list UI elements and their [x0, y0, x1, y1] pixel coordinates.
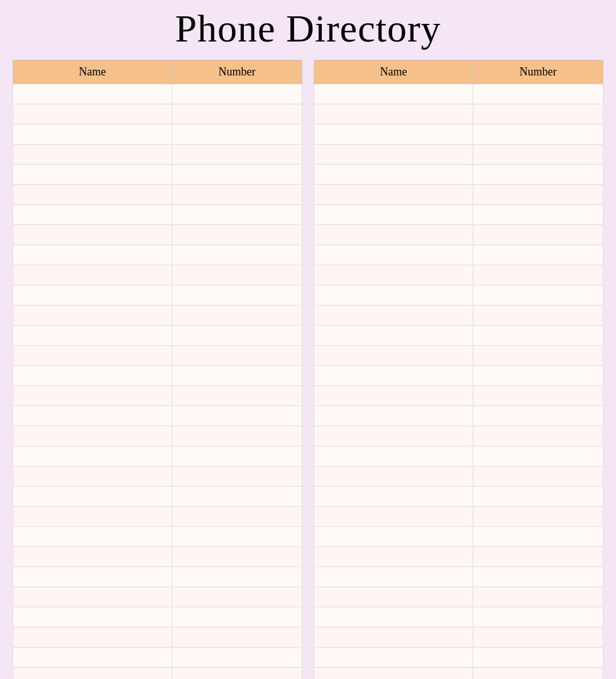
name-cell[interactable]	[314, 145, 473, 165]
name-cell[interactable]	[13, 587, 172, 607]
number-cell[interactable]	[473, 285, 603, 306]
number-cell[interactable]	[172, 466, 302, 487]
number-cell[interactable]	[172, 386, 302, 406]
name-cell[interactable]	[13, 446, 172, 466]
number-cell[interactable]	[172, 567, 302, 587]
name-cell[interactable]	[13, 265, 172, 285]
name-cell[interactable]	[314, 124, 473, 145]
number-cell[interactable]	[172, 326, 302, 346]
number-cell[interactable]	[172, 648, 302, 668]
name-cell[interactable]	[13, 185, 172, 205]
name-cell[interactable]	[314, 527, 473, 547]
number-cell[interactable]	[473, 547, 603, 567]
name-cell[interactable]	[13, 285, 172, 306]
name-cell[interactable]	[13, 507, 172, 527]
number-cell[interactable]	[172, 366, 302, 386]
name-cell[interactable]	[314, 426, 473, 446]
name-cell[interactable]	[13, 205, 172, 225]
number-cell[interactable]	[172, 426, 302, 446]
name-cell[interactable]	[314, 306, 473, 326]
name-cell[interactable]	[13, 406, 172, 426]
number-cell[interactable]	[172, 265, 302, 285]
number-cell[interactable]	[473, 245, 603, 265]
number-cell[interactable]	[473, 165, 603, 185]
name-cell[interactable]	[314, 607, 473, 627]
name-cell[interactable]	[314, 487, 473, 507]
number-cell[interactable]	[172, 145, 302, 165]
name-cell[interactable]	[314, 285, 473, 306]
name-cell[interactable]	[314, 627, 473, 648]
name-cell[interactable]	[314, 326, 473, 346]
name-cell[interactable]	[13, 165, 172, 185]
number-cell[interactable]	[172, 245, 302, 265]
number-cell[interactable]	[172, 225, 302, 245]
name-cell[interactable]	[314, 225, 473, 245]
number-cell[interactable]	[172, 406, 302, 426]
name-cell[interactable]	[13, 124, 172, 145]
number-cell[interactable]	[172, 487, 302, 507]
number-cell[interactable]	[172, 84, 302, 104]
number-cell[interactable]	[172, 205, 302, 225]
number-cell[interactable]	[172, 185, 302, 205]
name-cell[interactable]	[13, 245, 172, 265]
number-cell[interactable]	[473, 446, 603, 466]
name-cell[interactable]	[13, 648, 172, 668]
name-cell[interactable]	[13, 527, 172, 547]
name-cell[interactable]	[13, 104, 172, 124]
name-cell[interactable]	[13, 487, 172, 507]
number-cell[interactable]	[473, 607, 603, 627]
number-cell[interactable]	[473, 265, 603, 285]
number-cell[interactable]	[473, 487, 603, 507]
number-cell[interactable]	[473, 185, 603, 205]
number-cell[interactable]	[473, 326, 603, 346]
number-cell[interactable]	[473, 124, 603, 145]
name-cell[interactable]	[314, 366, 473, 386]
name-cell[interactable]	[13, 426, 172, 446]
number-cell[interactable]	[473, 406, 603, 426]
name-cell[interactable]	[314, 547, 473, 567]
name-cell[interactable]	[13, 607, 172, 627]
name-cell[interactable]	[314, 406, 473, 426]
name-cell[interactable]	[13, 84, 172, 104]
number-cell[interactable]	[172, 668, 302, 680]
number-cell[interactable]	[172, 285, 302, 306]
number-cell[interactable]	[172, 627, 302, 648]
number-cell[interactable]	[172, 104, 302, 124]
name-cell[interactable]	[314, 386, 473, 406]
number-cell[interactable]	[172, 587, 302, 607]
name-cell[interactable]	[314, 185, 473, 205]
name-cell[interactable]	[314, 587, 473, 607]
number-cell[interactable]	[473, 668, 603, 680]
name-cell[interactable]	[314, 205, 473, 225]
number-cell[interactable]	[473, 306, 603, 326]
name-cell[interactable]	[13, 225, 172, 245]
name-cell[interactable]	[314, 466, 473, 487]
name-cell[interactable]	[13, 668, 172, 680]
name-cell[interactable]	[314, 84, 473, 104]
number-cell[interactable]	[172, 306, 302, 326]
number-cell[interactable]	[473, 507, 603, 527]
number-cell[interactable]	[473, 567, 603, 587]
number-cell[interactable]	[473, 84, 603, 104]
name-cell[interactable]	[13, 466, 172, 487]
name-cell[interactable]	[314, 346, 473, 366]
number-cell[interactable]	[473, 527, 603, 547]
name-cell[interactable]	[314, 507, 473, 527]
name-cell[interactable]	[314, 567, 473, 587]
name-cell[interactable]	[13, 567, 172, 587]
name-cell[interactable]	[314, 668, 473, 680]
number-cell[interactable]	[473, 225, 603, 245]
number-cell[interactable]	[473, 587, 603, 607]
number-cell[interactable]	[172, 124, 302, 145]
number-cell[interactable]	[473, 205, 603, 225]
number-cell[interactable]	[473, 145, 603, 165]
number-cell[interactable]	[473, 104, 603, 124]
number-cell[interactable]	[473, 366, 603, 386]
name-cell[interactable]	[314, 648, 473, 668]
name-cell[interactable]	[314, 446, 473, 466]
name-cell[interactable]	[314, 265, 473, 285]
number-cell[interactable]	[172, 165, 302, 185]
number-cell[interactable]	[172, 346, 302, 366]
number-cell[interactable]	[172, 446, 302, 466]
number-cell[interactable]	[172, 607, 302, 627]
